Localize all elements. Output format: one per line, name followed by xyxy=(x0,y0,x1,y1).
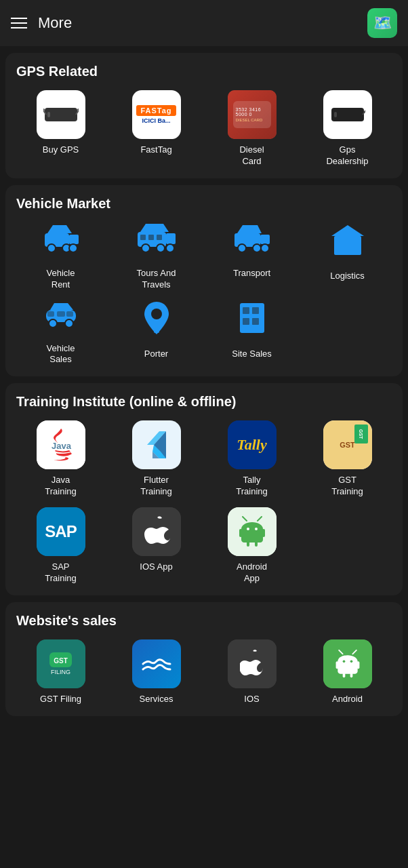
svg-point-5 xyxy=(43,108,45,111)
svg-point-60 xyxy=(342,660,345,663)
buy-gps-icon xyxy=(37,90,85,139)
website-section-title: Website's sales xyxy=(16,613,392,629)
svg-rect-45 xyxy=(243,318,249,325)
java-training-item[interactable]: Java JavaTraining xyxy=(16,420,105,498)
buy-gps-label: Buy GPS xyxy=(43,144,79,156)
svg-rect-43 xyxy=(243,307,249,314)
svg-text:Java: Java xyxy=(52,441,72,451)
logistics-label: Logistics xyxy=(330,271,365,282)
svg-point-52 xyxy=(247,528,249,530)
porter-item[interactable]: Porter xyxy=(112,300,201,366)
tally-training-icon: Tally xyxy=(228,420,277,469)
svg-rect-44 xyxy=(252,307,259,314)
svg-marker-34 xyxy=(50,303,73,310)
services-item[interactable]: Services xyxy=(112,639,201,705)
tally-training-item[interactable]: Tally TallyTraining xyxy=(207,420,296,498)
svg-point-28 xyxy=(238,244,246,252)
svg-point-39 xyxy=(65,319,73,328)
svg-line-66 xyxy=(339,650,343,654)
diesel-card-item[interactable]: 3532 3416 5000 0 DIESEL CARD DieselCard xyxy=(207,90,296,167)
svg-rect-62 xyxy=(335,661,338,669)
transport-item[interactable]: Transport xyxy=(207,222,296,291)
sap-training-label: SAPTraining xyxy=(45,561,76,585)
svg-marker-11 xyxy=(47,225,72,233)
gps-dealership-item[interactable]: GpsDealership xyxy=(303,90,392,167)
ios-app-icon xyxy=(132,507,181,556)
flutter-training-item[interactable]: FlutterTraining xyxy=(112,420,201,498)
fastag-item[interactable]: FASTag ICICI Ba... FastTag xyxy=(112,90,201,167)
android-app-label: AndroidApp xyxy=(237,561,267,585)
svg-rect-46 xyxy=(252,318,259,325)
tally-training-label: TallyTraining xyxy=(236,475,267,498)
ios-web-icon xyxy=(228,639,277,688)
services-label: Services xyxy=(140,694,174,705)
gst-training-item[interactable]: GST GST GSTTraining xyxy=(303,420,392,498)
sap-training-icon: SAP xyxy=(37,507,85,556)
vehicle-section: Vehicle Market VehicleRent xyxy=(5,185,403,377)
header-title: More xyxy=(38,14,356,32)
svg-point-15 xyxy=(69,244,77,252)
android-app-icon xyxy=(228,507,277,556)
logistics-item[interactable]: Logistics xyxy=(303,222,392,291)
gst-filing-item[interactable]: GST FILING GST Filing xyxy=(16,639,105,705)
svg-marker-32 xyxy=(331,225,364,236)
android-web-label: Android xyxy=(332,694,363,705)
vehicle-sales-item[interactable]: VehicleSales xyxy=(16,300,105,366)
site-sales-item[interactable]: Site Sales xyxy=(207,300,296,366)
svg-point-53 xyxy=(255,528,258,530)
diesel-card-label: DieselCard xyxy=(239,144,264,167)
vehicle-section-title: Vehicle Market xyxy=(16,196,392,212)
transport-label: Transport xyxy=(233,268,270,279)
tours-travels-item[interactable]: Tours AndTravels xyxy=(112,222,201,291)
svg-rect-63 xyxy=(356,661,359,669)
svg-line-67 xyxy=(352,650,356,654)
porter-icon xyxy=(142,300,171,343)
gps-buy-item[interactable]: Buy GPS xyxy=(16,90,105,167)
svg-rect-55 xyxy=(262,529,265,537)
gps-dealership-icon xyxy=(323,90,372,139)
svg-line-58 xyxy=(243,517,247,521)
svg-rect-57 xyxy=(255,541,258,547)
gps-section-title: GPS Related xyxy=(16,64,392,79)
vehicle-rent-icon xyxy=(42,222,80,262)
svg-rect-19 xyxy=(148,235,154,240)
gst-filing-icon: GST FILING xyxy=(37,639,85,688)
android-web-item[interactable]: Android xyxy=(303,639,392,705)
svg-rect-7 xyxy=(334,112,337,117)
svg-marker-26 xyxy=(237,225,262,233)
svg-point-24 xyxy=(166,244,174,252)
transport-icon xyxy=(233,222,271,262)
svg-point-21 xyxy=(142,244,150,252)
hamburger-menu[interactable] xyxy=(11,18,27,28)
site-sales-icon xyxy=(237,300,267,343)
ios-web-label: IOS xyxy=(244,694,259,705)
porter-label: Porter xyxy=(144,349,168,360)
sap-training-item[interactable]: SAP SAPTraining xyxy=(16,507,105,585)
gps-grid: Buy GPS FASTag ICICI Ba... FastTag 3532 … xyxy=(16,90,392,167)
svg-rect-23 xyxy=(166,233,176,244)
java-training-label: JavaTraining xyxy=(45,475,76,498)
svg-point-40 xyxy=(151,309,162,319)
svg-rect-64 xyxy=(342,673,345,677)
vehicle-grid: VehicleRent Tours AndTravels xyxy=(16,222,392,366)
svg-point-61 xyxy=(350,660,352,663)
svg-rect-41 xyxy=(154,330,159,333)
vehicle-rent-item[interactable]: VehicleRent xyxy=(16,222,105,291)
svg-point-3 xyxy=(77,108,79,111)
ios-web-item[interactable]: IOS xyxy=(207,639,296,705)
svg-point-22 xyxy=(157,244,165,252)
ios-app-label: IOS App xyxy=(140,561,172,573)
ios-app-item[interactable]: IOS App xyxy=(112,507,201,585)
svg-rect-18 xyxy=(140,235,146,240)
tours-travels-label: Tours AndTravels xyxy=(137,268,176,291)
svg-rect-36 xyxy=(57,311,65,317)
diesel-card-icon: 3532 3416 5000 0 DIESEL CARD xyxy=(228,90,277,139)
logistics-icon xyxy=(330,222,365,265)
svg-rect-27 xyxy=(260,235,270,244)
map-icon[interactable]: 🗺️ xyxy=(367,8,397,38)
vehicle-sales-icon xyxy=(42,300,80,338)
gst-training-icon: GST GST xyxy=(323,420,372,469)
android-app-item[interactable]: AndroidApp xyxy=(207,507,296,585)
svg-marker-17 xyxy=(140,224,169,232)
gps-dealership-label: GpsDealership xyxy=(326,144,368,167)
